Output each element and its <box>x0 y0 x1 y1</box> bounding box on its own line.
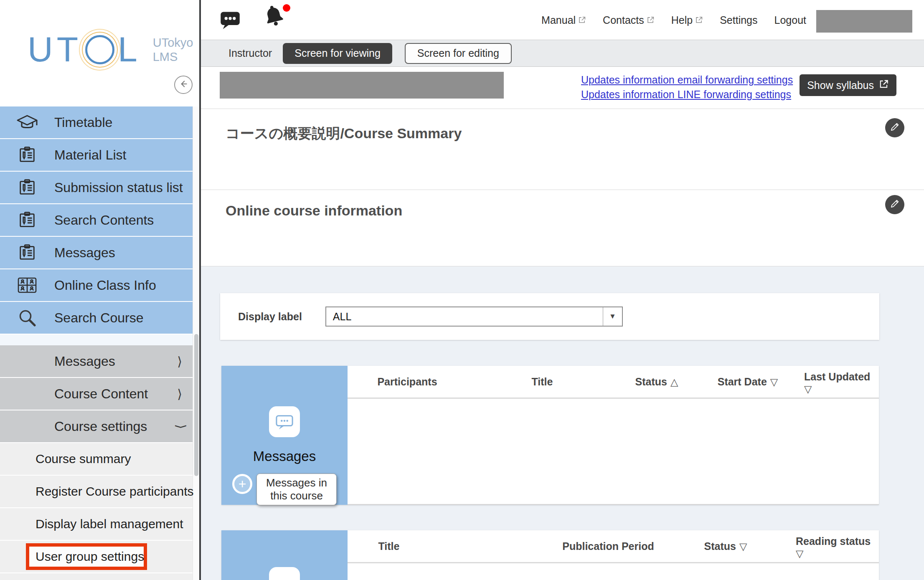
topbar-links: Manual Contacts Help Settings Logout <box>541 0 806 40</box>
magnifier-icon <box>0 308 54 328</box>
display-label-select[interactable]: ALL ▼ <box>325 306 623 327</box>
selected-value: ALL <box>326 307 603 326</box>
messages-table: Participants Title Status△ Start Date▽ L… <box>348 366 879 505</box>
sort-desc-icon: ▽ <box>770 376 778 388</box>
column-start-date-sortable[interactable]: Start Date▽ <box>718 376 778 388</box>
video-grid-icon <box>0 276 54 294</box>
clipboard-icon <box>0 243 54 262</box>
messages-tooltip: Messages in this course <box>256 474 337 505</box>
sidebar-item-online-class-info[interactable]: Online Class Info <box>0 269 196 301</box>
utol-lms-page: U T L UTokyo LMS Timetable <box>0 0 924 580</box>
sidebar-item-course-summary[interactable]: Course summary <box>0 443 196 475</box>
sort-desc-icon: ▽ <box>796 547 871 560</box>
graduation-cap-icon <box>0 113 54 132</box>
logo-subtitle: UTokyo LMS <box>153 35 193 64</box>
sidebar: U T L UTokyo LMS Timetable <box>0 0 199 580</box>
sidebar-item-submission-status[interactable]: Submission status list <box>0 172 196 203</box>
external-link-icon <box>695 14 703 26</box>
sidebar-item-material-list[interactable]: Material List <box>0 139 196 171</box>
messages-table-header: Participants Title Status△ Start Date▽ L… <box>348 366 879 399</box>
materials-app-icon <box>269 567 300 580</box>
column-status-sortable[interactable]: Status△ <box>635 376 678 388</box>
edit-summary-button[interactable] <box>885 118 904 137</box>
column-status-sortable[interactable]: Status▽ <box>704 540 747 552</box>
sidebar-item-user-group-settings[interactable]: User group settings <box>0 541 196 572</box>
clipboard-icon <box>0 178 54 197</box>
column-participants: Participants <box>377 376 437 388</box>
sidebar-item-messages[interactable]: Messages <box>0 237 196 268</box>
column-reading-status-sortable[interactable]: Reading status▽ <box>796 535 871 560</box>
chat-button[interactable] <box>219 9 241 33</box>
sidebar-item-search-course[interactable]: Search Course <box>0 302 196 334</box>
column-title: Title <box>532 376 553 388</box>
show-syllabus-button[interactable]: Show syllabus <box>800 74 896 96</box>
chevron-down-icon: ⟩ <box>174 424 189 429</box>
messages-tile[interactable]: Messages + Messages in this course <box>221 366 348 505</box>
materials-table-header: Title Publication Period Status▽ Reading… <box>348 530 879 563</box>
external-link-icon <box>578 14 586 26</box>
sidebar-item-display-label-management[interactable]: Display label management <box>0 508 196 540</box>
materials-table: Title Publication Period Status▽ Reading… <box>348 530 879 580</box>
course-header: Updates information email forwarding set… <box>201 67 924 109</box>
logo-o-ring-icon <box>85 35 114 64</box>
sidebar-group-course-content[interactable]: Course Content ⟩ <box>0 378 196 410</box>
forwarding-links: Updates information email forwarding set… <box>581 73 793 102</box>
line-forwarding-link[interactable]: Updates information LINE forwarding sett… <box>581 87 793 102</box>
sort-asc-icon: △ <box>670 376 678 388</box>
manual-link[interactable]: Manual <box>541 14 586 26</box>
contacts-link[interactable]: Contacts <box>603 14 655 26</box>
sidebar-section-gap <box>0 334 196 345</box>
screen-for-viewing-button[interactable]: Screen for viewing <box>283 43 392 64</box>
course-title-redacted <box>220 72 504 99</box>
pencil-icon <box>889 122 900 134</box>
speech-bubble-icon <box>269 406 300 437</box>
materials-tile[interactable] <box>221 530 348 580</box>
messages-panel: Messages + Messages in this course Parti… <box>221 366 879 505</box>
chat-bubble-icon <box>219 25 241 32</box>
column-last-updated-sortable[interactable]: Last Updated▽ <box>804 370 870 395</box>
sidebar-scrollbar-thumb[interactable] <box>194 334 198 476</box>
clipboard-icon <box>0 145 54 165</box>
role-label: Instructor <box>228 47 272 59</box>
settings-link[interactable]: Settings <box>720 14 757 26</box>
online-course-info-section: Online course information <box>201 190 924 266</box>
logo-letter: L <box>118 29 141 70</box>
screen-for-editing-button[interactable]: Screen for editing <box>405 43 512 64</box>
topbar: Manual Contacts Help Settings Logout <box>201 0 924 40</box>
email-forwarding-link[interactable]: Updates information email forwarding set… <box>581 73 793 87</box>
sidebar-item-partial-row <box>0 573 196 580</box>
sidebar-item-register-participants[interactable]: Register Course participants <box>0 476 196 507</box>
notifications-button[interactable] <box>262 3 289 31</box>
sidebar-sub-menu: Course summary Register Course participa… <box>0 443 196 580</box>
sidebar-item-search-contents[interactable]: Search Contents <box>0 204 196 236</box>
logout-link[interactable]: Logout <box>774 14 806 26</box>
display-label-filter: Display label ALL ▼ <box>220 293 879 340</box>
course-summary-title: コースの概要説明/Course Summary <box>226 124 462 143</box>
sidebar-item-timetable[interactable]: Timetable <box>0 106 196 138</box>
sidebar-collapse-button[interactable] <box>174 76 193 94</box>
chevron-right-icon: ⟩ <box>177 387 182 401</box>
external-link-icon <box>879 79 889 91</box>
column-publication-period: Publication Period <box>562 540 654 552</box>
logo-letter: U <box>28 29 57 70</box>
sidebar-group-messages[interactable]: Messages ⟩ <box>0 345 196 377</box>
sidebar-group-menu: Messages ⟩ Course Content ⟩ Course setti… <box>0 345 196 442</box>
sidebar-scrollbar-track <box>193 106 199 580</box>
username-redacted <box>816 10 912 33</box>
course-header-actions: Updates information email forwarding set… <box>581 73 896 102</box>
utol-logo: U T L UTokyo LMS <box>28 29 193 70</box>
main-content: Manual Contacts Help Settings Logout <box>201 0 924 580</box>
help-link[interactable]: Help <box>671 14 703 26</box>
sidebar-group-course-settings[interactable]: Course settings ⟩ <box>0 410 196 442</box>
clipboard-icon <box>0 210 54 230</box>
course-summary-section: コースの概要説明/Course Summary <box>201 109 924 190</box>
dropdown-arrow-icon: ▼ <box>603 307 622 326</box>
messages-tile-label: Messages <box>221 448 348 464</box>
display-label-caption: Display label <box>238 311 302 323</box>
external-link-icon <box>647 14 655 26</box>
add-message-button[interactable]: + <box>232 474 252 494</box>
edit-online-info-button[interactable] <box>885 195 904 214</box>
logo-letter: T <box>57 29 82 70</box>
logo-wordmark: U T L <box>28 29 141 70</box>
sort-desc-icon: ▽ <box>804 383 870 395</box>
